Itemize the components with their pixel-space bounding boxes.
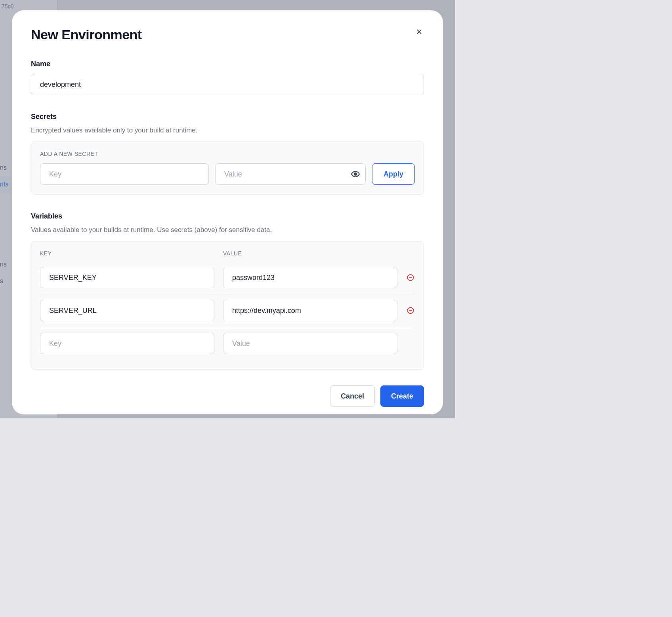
modal-header: New Environment [31, 27, 424, 42]
variable-row-empty [40, 327, 415, 360]
toggle-secret-visibility[interactable] [351, 169, 360, 179]
cancel-button[interactable]: Cancel [330, 385, 375, 407]
variables-label: Variables [31, 212, 424, 220]
close-button[interactable] [414, 27, 424, 36]
secrets-section: Secrets Encrypted values available only … [31, 113, 424, 195]
remove-variable-button[interactable] [406, 306, 415, 315]
remove-icon [407, 274, 414, 282]
variable-key-input[interactable] [40, 300, 214, 321]
modal-footer: Cancel Create [31, 370, 424, 407]
variables-section: Variables Values available to your build… [31, 212, 424, 370]
header-spacer [406, 250, 415, 257]
variable-value-input[interactable] [223, 333, 397, 354]
remove-variable-button[interactable] [406, 273, 415, 282]
variable-row [40, 261, 415, 294]
secret-key-input[interactable] [40, 163, 209, 185]
variables-header-value: VALUE [223, 250, 397, 257]
variables-panel: KEY VALUE [31, 241, 424, 370]
variables-header-key: KEY [40, 250, 214, 257]
secret-value-wrapper [215, 163, 366, 185]
secret-value-input[interactable] [215, 163, 366, 185]
add-secret-title: ADD A NEW SECRET [40, 151, 415, 157]
environment-name-input[interactable] [31, 74, 424, 95]
create-button[interactable]: Create [380, 385, 424, 407]
variables-headers: KEY VALUE [40, 250, 415, 257]
variable-row [40, 294, 415, 327]
variables-description: Values available to your builds at runti… [31, 226, 424, 234]
eye-icon [351, 169, 360, 179]
variable-key-input[interactable] [40, 333, 214, 354]
close-icon [416, 28, 423, 35]
secrets-label: Secrets [31, 113, 424, 121]
add-secret-panel: ADD A NEW SECRET Apply [31, 142, 424, 195]
variable-value-input[interactable] [223, 300, 397, 321]
modal-title: New Environment [31, 27, 142, 42]
apply-secret-button[interactable]: Apply [372, 163, 415, 185]
variable-key-input[interactable] [40, 267, 214, 288]
secrets-description: Encrypted values available only to your … [31, 126, 424, 134]
new-environment-modal: New Environment Name Secrets Encrypted v… [12, 10, 443, 414]
variable-value-input[interactable] [223, 267, 397, 288]
name-label: Name [31, 60, 424, 68]
svg-point-0 [354, 173, 357, 175]
add-secret-row: Apply [40, 163, 415, 185]
name-section: Name [31, 60, 424, 95]
remove-icon [407, 307, 414, 314]
